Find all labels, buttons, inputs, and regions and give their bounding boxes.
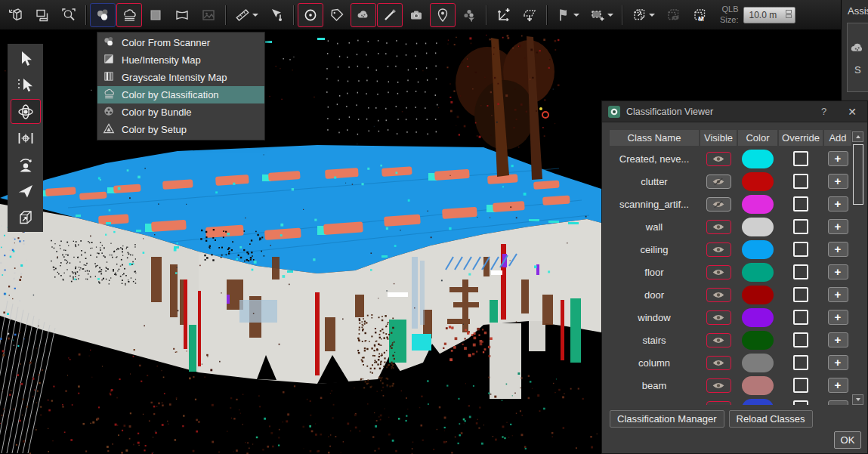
visibility-toggle[interactable] <box>706 310 731 325</box>
select-tool-button[interactable] <box>11 46 41 71</box>
class-color-swatch[interactable] <box>742 376 774 395</box>
visibility-toggle[interactable] <box>706 356 731 370</box>
scan-project-button[interactable] <box>3 3 29 27</box>
override-checkbox[interactable] <box>793 400 808 405</box>
visibility-toggle[interactable] <box>706 220 731 234</box>
class-color-swatch[interactable] <box>742 286 774 304</box>
override-checkbox[interactable] <box>793 196 808 212</box>
visibility-toggle[interactable] <box>706 174 731 189</box>
scroll-down-button[interactable] <box>852 394 863 405</box>
menu-item-grayscale-intensity-map[interactable]: Grayscale Intensity Map <box>97 69 264 86</box>
reload-classes-button[interactable]: Reload Classes <box>729 410 813 428</box>
add-class-button[interactable]: + <box>828 242 848 257</box>
override-checkbox[interactable] <box>793 174 808 189</box>
menu-item-color-by-setup[interactable]: Color by Setup <box>97 121 264 138</box>
menu-item-color-by-bundle[interactable]: Color by Bundle <box>97 103 264 121</box>
cloud-tool-button[interactable] <box>351 3 376 27</box>
paint-select-button[interactable] <box>551 3 584 27</box>
ok-button[interactable]: OK <box>834 431 861 449</box>
point-info-button[interactable] <box>264 3 289 27</box>
override-checkbox[interactable] <box>793 332 808 347</box>
class-color-swatch[interactable] <box>742 240 774 259</box>
add-class-button[interactable]: + <box>828 196 848 212</box>
class-color-swatch[interactable] <box>742 172 774 191</box>
visibility-toggle[interactable] <box>706 242 731 257</box>
assistant-subpanel[interactable]: S <box>847 23 868 92</box>
column-header-color[interactable]: Color <box>738 130 777 146</box>
color-from-scanner-button[interactable] <box>90 3 116 27</box>
column-header-class-name[interactable]: Class Name <box>610 130 699 146</box>
dropdown-caret-icon[interactable] <box>573 14 579 20</box>
qlb-size-select[interactable]: 10.0 m <box>743 7 795 23</box>
add-class-button[interactable]: + <box>828 219 848 234</box>
class-color-swatch[interactable] <box>742 399 774 406</box>
scrollbar-thumb[interactable] <box>853 144 863 205</box>
override-checkbox[interactable] <box>793 219 808 234</box>
override-checkbox[interactable] <box>793 287 808 302</box>
color-by-classification-button[interactable] <box>116 3 142 27</box>
visibility-toggle[interactable] <box>706 333 731 347</box>
dropdown-caret-icon[interactable] <box>607 14 613 20</box>
help-button[interactable]: ? <box>811 106 837 117</box>
class-color-swatch[interactable] <box>742 331 774 350</box>
bundle-filter-button[interactable] <box>456 3 482 27</box>
add-class-button[interactable]: + <box>828 174 848 189</box>
dropdown-caret-icon[interactable] <box>252 14 258 20</box>
measure-tool-button[interactable] <box>230 3 263 27</box>
menu-item-hue-intensity-map[interactable]: Hue/Intensity Map <box>97 51 264 69</box>
override-checkbox[interactable] <box>793 151 808 166</box>
add-class-button[interactable]: + <box>828 264 848 280</box>
orbit-tool-button[interactable] <box>11 99 41 124</box>
clip-box-button[interactable] <box>626 3 659 27</box>
visibility-toggle[interactable] <box>706 288 731 302</box>
solid-color-button[interactable] <box>143 3 168 27</box>
override-checkbox[interactable] <box>793 264 808 280</box>
class-color-swatch[interactable] <box>742 195 774 214</box>
panorama-view-button[interactable] <box>169 3 195 27</box>
move-plane-button[interactable] <box>517 3 542 27</box>
tag-tool-button[interactable] <box>324 3 350 27</box>
limit-box-button[interactable] <box>298 3 323 27</box>
menu-item-color-from-scanner[interactable]: Color From Scanner <box>97 34 264 51</box>
visibility-toggle[interactable] <box>706 197 731 212</box>
add-class-button[interactable]: + <box>828 378 848 393</box>
annotate-tool-button[interactable] <box>377 3 403 27</box>
class-color-swatch[interactable] <box>742 218 774 236</box>
menu-item-color-by-classification[interactable]: Color by Classification <box>97 86 264 103</box>
override-checkbox[interactable] <box>793 310 808 325</box>
dropdown-caret-icon[interactable] <box>649 14 655 20</box>
classification-manager-button[interactable]: Classification Manager <box>610 410 724 428</box>
multi-select-tool-button[interactable] <box>11 73 41 97</box>
rectangle-select-button[interactable] <box>585 3 618 27</box>
look-around-tool-button[interactable] <box>11 152 41 177</box>
visibility-toggle[interactable] <box>706 152 731 166</box>
constrained-orbit-tool-button[interactable] <box>11 125 41 150</box>
add-class-button[interactable]: + <box>828 332 848 347</box>
override-checkbox[interactable] <box>793 242 808 257</box>
spinner-icon[interactable] <box>786 10 792 20</box>
visibility-toggle[interactable] <box>706 378 731 393</box>
clip-box-manager-button[interactable]: M <box>687 3 712 27</box>
override-checkbox[interactable] <box>793 355 808 370</box>
class-color-swatch[interactable] <box>742 354 774 372</box>
class-color-swatch[interactable] <box>742 263 774 282</box>
add-class-button[interactable]: + <box>828 355 848 370</box>
column-header-override[interactable]: Override <box>779 130 823 146</box>
column-header-add[interactable]: Add <box>824 130 851 146</box>
cascade-windows-button[interactable] <box>29 3 55 27</box>
geotag-tool-button[interactable] <box>430 3 456 27</box>
class-color-swatch[interactable] <box>742 150 774 168</box>
visibility-toggle[interactable] <box>706 401 731 406</box>
scroll-up-button[interactable] <box>852 131 863 142</box>
add-class-button[interactable]: + <box>828 151 848 166</box>
visibility-toggle[interactable] <box>706 265 731 280</box>
add-class-button[interactable]: + <box>828 287 848 302</box>
override-checkbox[interactable] <box>793 378 808 393</box>
add-coordinate-system-button[interactable] <box>490 3 516 27</box>
add-class-button[interactable]: + <box>828 400 848 405</box>
walkthrough-tool-button[interactable] <box>11 205 41 230</box>
close-icon[interactable]: ✕ <box>843 106 861 118</box>
fly-tool-button[interactable] <box>11 178 41 203</box>
zoom-region-button[interactable] <box>56 3 82 27</box>
add-class-button[interactable]: + <box>828 310 848 325</box>
